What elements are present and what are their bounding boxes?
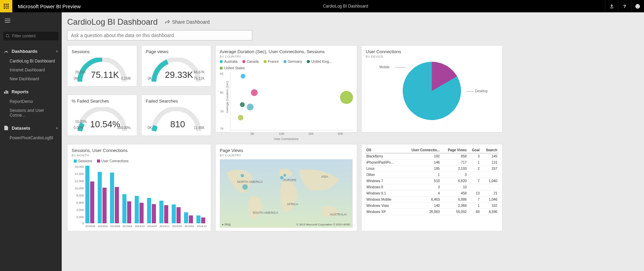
svg-rect-0 xyxy=(4,4,5,5)
x-tick: 2015/05 xyxy=(172,225,182,228)
table-header: Goal xyxy=(468,147,481,153)
plus-icon[interactable]: + xyxy=(56,126,58,131)
filter-input[interactable]: Filter content xyxy=(3,31,59,41)
x-tick: 2015/04 xyxy=(122,225,132,228)
bubble-france xyxy=(238,115,243,120)
gauge-max: 0.15M xyxy=(121,76,131,80)
file-icon xyxy=(3,125,9,131)
tile-sub: BY MONTH xyxy=(72,154,207,157)
tile-pie[interactable]: User Connections BY DEVICE Mobile Deskto… xyxy=(361,45,502,132)
sidebar-item-sessions[interactable]: Sessions and User Conne... xyxy=(0,106,62,120)
x-tick: 2015/01 xyxy=(184,225,194,228)
sidebar-item-intranet[interactable]: Intranet Dashboard xyxy=(0,66,62,74)
svg-rect-6 xyxy=(4,8,5,9)
bubble-germany xyxy=(240,102,245,107)
qa-input[interactable] xyxy=(67,30,252,40)
legend-item: Australia xyxy=(220,60,238,63)
x-tick: 10K xyxy=(279,132,284,136)
gauge-min: 0.00% xyxy=(74,126,83,130)
feedback-smile-icon[interactable] xyxy=(631,0,644,12)
legend-item: United States xyxy=(220,66,245,70)
y-tick: 4,000 xyxy=(72,208,84,212)
pie-label-mobile: Mobile xyxy=(379,65,389,69)
share-label: Share Dashboard xyxy=(172,19,210,25)
gauge-min: 0K xyxy=(148,76,152,80)
svg-point-11 xyxy=(638,5,639,6)
tile-failed-pct[interactable]: % Failed Searches 10.00% 10.54% 0.00% 10… xyxy=(67,95,137,136)
table-row: Windows 8310 xyxy=(365,184,499,190)
sidebar-item-cardiolog[interactable]: CardioLog BI Dashboard xyxy=(0,57,62,66)
sidebar-item-reportdemo[interactable]: ReportDemo xyxy=(0,97,62,106)
y-tick: 12,000 xyxy=(72,179,84,183)
y-axis-label: Average Duration (Sec) xyxy=(226,81,229,113)
barchart-icon xyxy=(3,89,9,94)
tile-sub: BY COUNTRY xyxy=(220,55,353,58)
download-icon[interactable] xyxy=(605,0,618,12)
table-header: OS xyxy=(365,147,402,153)
hamburger-icon[interactable] xyxy=(0,14,62,28)
datasets-label: Datasets xyxy=(12,126,30,131)
share-button[interactable]: Share Dashboard xyxy=(165,19,210,25)
gauge-mid: 29.33K xyxy=(75,70,86,74)
continent-label: ASIA xyxy=(321,175,328,178)
map-bubble xyxy=(242,184,248,190)
x-tick: 2014/09 xyxy=(85,225,95,228)
tile-pageviews[interactable]: Page views 66.67K 29.33K 0K 75.11K xyxy=(141,45,211,86)
map-bubble xyxy=(283,174,286,177)
table-row: Windows Mobile6,4636,88671,046 xyxy=(365,197,499,203)
svg-point-15 xyxy=(6,34,9,37)
legend-item: France xyxy=(264,60,279,63)
y-tick: 8,000 xyxy=(72,194,84,197)
table-header: Search xyxy=(481,147,499,153)
tile-failed[interactable]: Failed Searches 810 0K 11.65K xyxy=(141,95,211,136)
bing-logo: ▸ bing xyxy=(222,223,231,226)
y-tick: 16,000 xyxy=(72,165,84,168)
svg-rect-5 xyxy=(8,6,9,7)
svg-rect-2 xyxy=(8,4,9,5)
table-row: iPhone/iPad/iPo...1467171131 xyxy=(365,160,499,166)
tile-sub: BY COUNTRY xyxy=(220,154,353,157)
plus-icon[interactable]: + xyxy=(56,49,58,54)
sidebar-item-new[interactable]: New Dashboard xyxy=(0,74,62,83)
gauge-value: 29.33K xyxy=(165,70,193,80)
x-tick: 2014/08 xyxy=(110,225,120,228)
tile-title: Sessions, User Connections xyxy=(72,148,207,153)
tile-scatter[interactable]: Average Duration (Sec), User Connections… xyxy=(215,45,357,132)
svg-line-16 xyxy=(9,37,10,38)
app-title: Microsoft Power BI Preview xyxy=(12,3,86,9)
x-tick: 5K xyxy=(251,132,254,136)
help-icon[interactable]: ? xyxy=(618,0,631,12)
continent-label: EUROPE xyxy=(283,178,296,182)
tile-sessions[interactable]: Sessions 29.33K 75.11K 0M 0.15M xyxy=(67,45,137,86)
tile-sub: BY DEVICE xyxy=(366,55,498,58)
gauge-value: 75.11K xyxy=(91,70,119,80)
tile-title: Failed Searches xyxy=(146,98,207,104)
gauge-mid: 10.00% xyxy=(75,120,87,123)
leader-line xyxy=(466,91,473,92)
table-row: Other13 xyxy=(365,172,499,178)
gauge-icon xyxy=(3,48,9,54)
map-bubble xyxy=(280,176,283,179)
y-tick: 80 xyxy=(220,91,223,94)
table-row: Windows XP26,98355,092698,596 xyxy=(365,209,499,215)
nav-section-datasets[interactable]: Datasets + xyxy=(0,122,62,133)
nav-section-reports[interactable]: Reports xyxy=(0,86,62,97)
dashboards-label: Dashboards xyxy=(12,49,37,54)
svg-rect-1 xyxy=(6,4,7,5)
continent-label: AUSTRALIA xyxy=(330,213,347,216)
waffle-icon[interactable] xyxy=(0,0,12,12)
gauge-max: 11.65K xyxy=(194,126,205,130)
tile-title: Sessions xyxy=(72,49,133,54)
map-copyright: © 2015 Microsoft Corporation © 2015 HERE xyxy=(296,223,350,226)
tile-map[interactable]: Page Views BY COUNTRY NORTH A xyxy=(215,144,357,231)
y-tick: 82 xyxy=(220,72,223,75)
tile-title: Page Views xyxy=(220,148,353,153)
gauge-max: 75.11K xyxy=(194,76,205,80)
continent-label: NORTH AMERICA xyxy=(237,180,263,184)
tile-barchart[interactable]: Sessions, User Connections BY MONTH Sess… xyxy=(67,144,211,231)
bubble-us xyxy=(340,91,353,104)
nav-section-dashboards[interactable]: Dashboards + xyxy=(0,46,62,57)
x-tick: 2014/07 xyxy=(147,225,157,228)
tile-table[interactable]: OSUser Connectio...Page ViewsGoalSearch … xyxy=(361,144,502,231)
sidebar-item-dataset[interactable]: PowerPivotCardioLogBI xyxy=(0,133,62,142)
